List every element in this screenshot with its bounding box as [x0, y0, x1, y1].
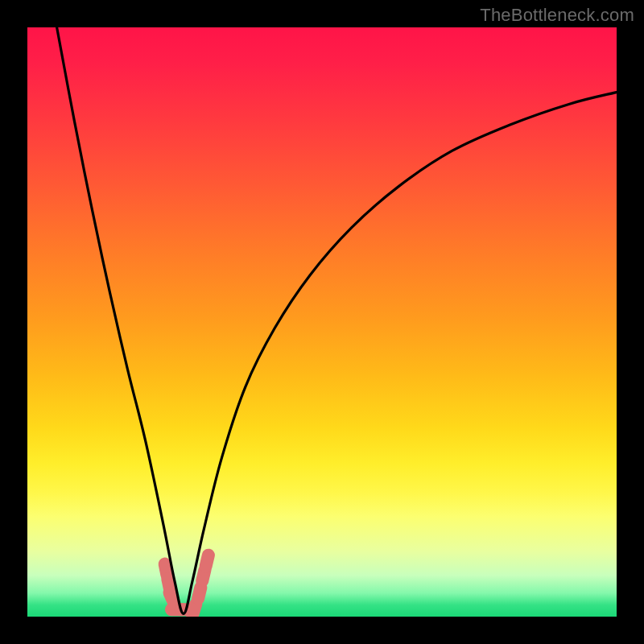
valley-marker — [192, 605, 196, 615]
plot-area — [27, 27, 617, 617]
valley-marker — [198, 588, 200, 599]
watermark-text: TheBottleneck.com — [480, 5, 634, 26]
chart-frame: TheBottleneck.com — [0, 0, 644, 644]
valley-marker — [206, 555, 208, 567]
valley-marker — [169, 592, 174, 603]
curve-layer — [27, 27, 617, 617]
bottleneck-curve — [57, 27, 617, 613]
